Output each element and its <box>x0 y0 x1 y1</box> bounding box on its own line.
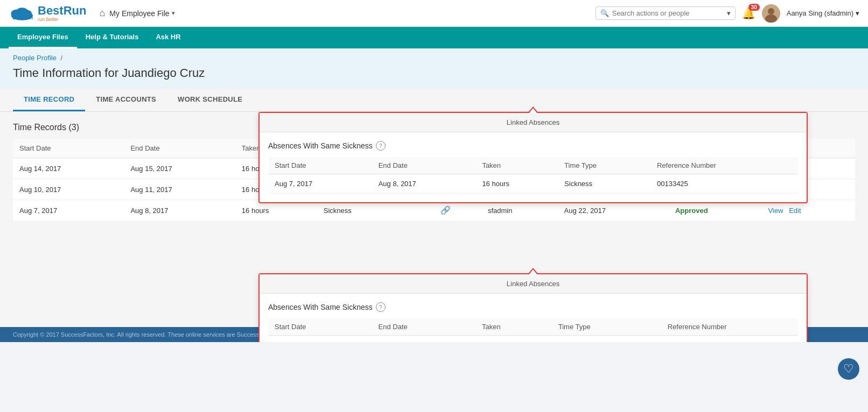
popup2-cell-ref: 00133426 <box>661 336 798 343</box>
edit-link[interactable]: Edit <box>789 207 801 215</box>
nav-item-help[interactable]: Help & Tutorials <box>77 27 148 48</box>
popup-section-title-1: Absences With Same Sickness ? <box>268 141 798 151</box>
breadcrumb-parent[interactable]: People Profile <box>13 54 57 62</box>
footer-text: Copyright © 2017 SuccessFactors, Inc. Al… <box>13 331 271 338</box>
popup-cell-type: Sickness <box>558 174 650 194</box>
notification-button[interactable]: 🔔 30 <box>742 7 755 20</box>
popup2-col-taken: Taken <box>475 318 552 336</box>
user-chevron-icon: ▾ <box>856 9 859 17</box>
popup2-cell-type: Work Accident <box>552 336 661 343</box>
logo-text: BestRun <box>38 5 86 17</box>
popup-cell-taken: 16 hours <box>475 174 558 194</box>
cell-end: Aug 8, 2017 <box>124 200 235 221</box>
linked-absences-popup-1: Linked Absences Absences With Same Sickn… <box>258 112 808 203</box>
popup-table-1: Start Date End Date Taken Time Type Refe… <box>268 157 798 194</box>
popup-table-2: Start Date End Date Taken Time Type Refe… <box>268 318 798 342</box>
svg-point-6 <box>768 8 774 15</box>
cell-end: Aug 15, 2017 <box>124 158 235 179</box>
user-name[interactable]: Aanya Sing (sfadmin) ▾ <box>787 9 859 17</box>
popup2-cell-start: Aug 10, 2017 <box>268 336 372 343</box>
header-right: 🔍 ▾ 🔔 30 Aanya Sing (sfadmin) ▾ <box>596 4 859 23</box>
page-title: Time Information for Juandiego Cruz <box>13 66 855 80</box>
list-item: Aug 10, 2017 Aug 11, 2017 16 hours Work … <box>268 336 798 343</box>
popup-cell-end: Aug 8, 2017 <box>372 174 476 194</box>
link-chain-icon[interactable]: 🔗 <box>440 205 451 215</box>
logo-icon: BestRun <box>9 4 36 23</box>
info-icon-2[interactable]: ? <box>376 302 386 312</box>
employee-file-nav[interactable]: My Employee File ▾ <box>109 9 174 18</box>
cell-start: Aug 10, 2017 <box>13 179 124 200</box>
col-start-date: Start Date <box>13 139 124 158</box>
popup2-cell-end: Aug 11, 2017 <box>372 336 476 343</box>
popup-section-title-2: Absences With Same Sickness ? <box>268 302 798 312</box>
popup2-col-type: Time Type <box>552 318 661 336</box>
popup-col-type: Time Type <box>558 157 650 174</box>
tab-time-record[interactable]: TIME RECORD <box>13 89 85 111</box>
view-link[interactable]: View <box>768 207 783 215</box>
col-end-date: End Date <box>124 139 235 158</box>
search-box[interactable]: 🔍 ▾ <box>596 6 736 20</box>
popup-arrow-inner <box>529 108 537 113</box>
avatar-image <box>762 4 780 23</box>
popup-col-taken: Taken <box>475 157 558 174</box>
home-icon[interactable]: ⌂ <box>99 8 105 19</box>
logo-sub: run better <box>38 17 86 22</box>
tab-time-accounts[interactable]: TIME ACCOUNTS <box>85 89 167 111</box>
breadcrumb-area: People Profile / <box>0 48 868 64</box>
popup2-col-end: End Date <box>372 318 476 336</box>
popup-col-start: Start Date <box>268 157 372 174</box>
popup-header-1: Linked Absences <box>260 113 807 132</box>
breadcrumb-sep: / <box>61 54 63 62</box>
popup-col-end: End Date <box>372 157 476 174</box>
popup2-cell-taken: 16 hours <box>475 336 552 343</box>
popup2-col-start: Start Date <box>268 318 372 336</box>
nav-item-employee-files[interactable]: Employee Files <box>9 27 77 48</box>
nav-bar: Employee Files Help & Tutorials Ask HR <box>0 27 868 48</box>
popup2-col-ref: Reference Number <box>661 318 798 336</box>
linked-absences-popup-2: Linked Absences Absences With Same Sickn… <box>258 273 808 342</box>
search-dropdown-icon[interactable]: ▾ <box>727 9 731 17</box>
popup-content-2: Absences With Same Sickness ? Start Date… <box>260 294 807 342</box>
svg-text:BestRun: BestRun <box>12 15 33 20</box>
logo-area: BestRun BestRun run better <box>9 4 86 23</box>
popup-content-1: Absences With Same Sickness ? Start Date… <box>260 132 807 202</box>
top-header: BestRun BestRun run better ⌂ My Employee… <box>0 0 868 27</box>
cell-start: Aug 14, 2017 <box>13 158 124 179</box>
page-title-area: Time Information for Juandiego Cruz <box>0 64 868 89</box>
popup-cell-start: Aug 7, 2017 <box>268 174 372 194</box>
main-content: Time Records (3) Start Date End Date Tak… <box>0 112 868 327</box>
chevron-down-icon: ▾ <box>172 10 175 17</box>
avatar <box>762 4 780 23</box>
nav-item-ask-hr[interactable]: Ask HR <box>147 27 189 48</box>
list-item: Aug 7, 2017 Aug 8, 2017 16 hours Sicknes… <box>268 174 798 194</box>
tab-work-schedule[interactable]: WORK SCHEDULE <box>167 89 253 111</box>
search-input[interactable] <box>612 9 725 17</box>
cell-start: Aug 7, 2017 <box>13 200 124 221</box>
info-icon[interactable]: ? <box>376 141 386 151</box>
popup-arrow-inner-2 <box>529 269 537 275</box>
popup-col-ref: Reference Number <box>650 157 798 174</box>
popup-cell-ref: 00133425 <box>650 174 798 194</box>
tabs-area: TIME RECORD TIME ACCOUNTS WORK SCHEDULE <box>0 89 868 112</box>
cell-end: Aug 11, 2017 <box>124 179 235 200</box>
svg-point-3 <box>16 8 29 16</box>
notification-badge: 30 <box>748 4 760 11</box>
popup-header-2: Linked Absences <box>260 274 807 294</box>
search-icon: 🔍 <box>600 9 609 17</box>
